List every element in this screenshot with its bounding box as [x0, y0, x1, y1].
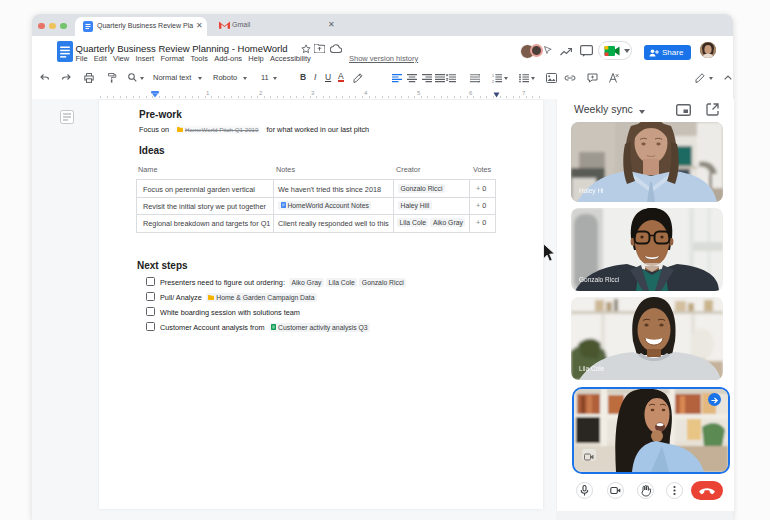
svg-text:Lila Cole: Lila Cole	[579, 365, 605, 372]
svg-text:Gonzalo Ricci: Gonzalo Ricci	[579, 276, 619, 283]
svg-text:1: 1	[492, 74, 494, 78]
svg-text:Haley Hi: Haley Hi	[579, 187, 604, 195]
svg-text:2: 2	[492, 80, 494, 83]
